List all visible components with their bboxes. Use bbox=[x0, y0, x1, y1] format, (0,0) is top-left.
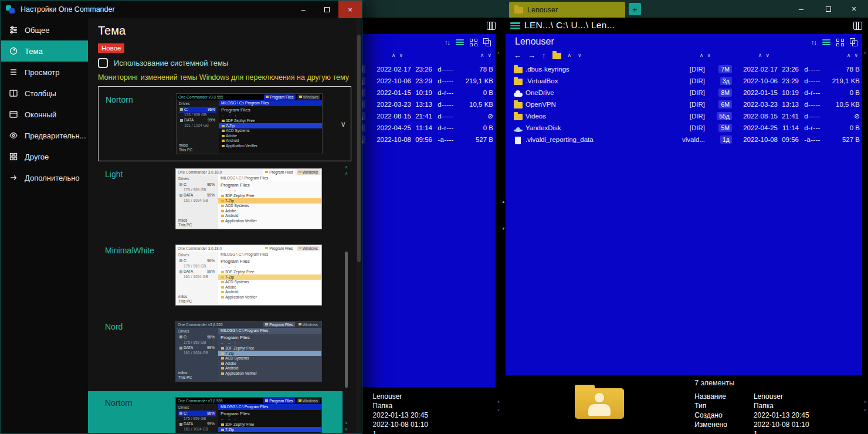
detail-label: Тип bbox=[694, 402, 754, 410]
mini-tab: Windows bbox=[297, 94, 320, 100]
folder-icon bbox=[514, 102, 523, 108]
arrow-right-icon bbox=[9, 173, 18, 182]
theme-list-scrollbar[interactable]: ∧∧ ∨∨ bbox=[344, 164, 349, 432]
up-icon[interactable]: ↑ bbox=[542, 51, 546, 60]
file-row[interactable]: OneDrive[DIR]8M2022-01-1510:19d-r---0 B bbox=[506, 87, 862, 99]
file-date: 2022-08-15 bbox=[737, 113, 778, 120]
file-date: 2022-01-15 bbox=[370, 89, 411, 96]
age-badge: 1д bbox=[720, 135, 732, 144]
sidebar-item-preview[interactable]: Предварительн... bbox=[1, 125, 88, 146]
page-title: Тема bbox=[98, 24, 356, 38]
forward-icon[interactable]: → bbox=[528, 51, 535, 60]
sort-arrows[interactable]: ∧∨ bbox=[390, 52, 405, 58]
theme-icon bbox=[9, 46, 18, 56]
copy-pane-icon[interactable] bbox=[850, 38, 857, 46]
list-view-icon[interactable] bbox=[456, 39, 464, 45]
scrollbar-thumb[interactable] bbox=[345, 252, 348, 388]
file-time: 23:26 bbox=[413, 66, 432, 73]
sidebar-item-window[interactable]: Оконный bbox=[1, 104, 88, 125]
back-icon[interactable]: ← bbox=[514, 51, 521, 60]
screen: Lenouser + – × LEN...\ C:\ U...\ Len... … bbox=[0, 0, 868, 434]
maximize-icon bbox=[826, 6, 831, 12]
menu-icon[interactable] bbox=[510, 22, 520, 30]
columns-icon[interactable] bbox=[853, 22, 862, 30]
eye-icon bbox=[9, 131, 18, 140]
folder-history-icon[interactable] bbox=[552, 53, 561, 59]
breadcrumb[interactable]: LEN...\ C:\ U...\ Len... bbox=[524, 20, 615, 30]
maximize-button[interactable] bbox=[818, 0, 839, 18]
folder-tab[interactable]: Lenouser bbox=[509, 2, 625, 18]
settings-titlebar: Настройки One Commander – × bbox=[1, 1, 362, 18]
file-time: 10:19 bbox=[413, 89, 432, 96]
scrollbar[interactable]: ∧∧∨ bbox=[862, 34, 868, 434]
scrollbar-thumb[interactable] bbox=[357, 35, 361, 262]
minimize-button[interactable]: – bbox=[791, 0, 812, 18]
chevron-down-icon[interactable]: ∨ bbox=[578, 52, 582, 58]
list-view-icon[interactable] bbox=[822, 39, 830, 45]
sort-arrows[interactable]: ∧∨ bbox=[698, 52, 713, 58]
chevron-up-icon[interactable]: ∧ bbox=[568, 52, 572, 58]
dropdown-chevron-icon[interactable]: ∨ bbox=[340, 120, 346, 128]
new-tab-button[interactable]: + bbox=[629, 3, 641, 15]
pane-nav: ← → ↑ ∧ ∨ bbox=[514, 50, 582, 60]
right-path-bar[interactable]: LEN...\ C:\ U...\ Len... bbox=[506, 18, 868, 34]
theme-row-nortorn[interactable]: Nortorn One Commander v3 β.555Program Fi… bbox=[88, 391, 343, 433]
file-row[interactable]: .VirtualBox[DIR]3д2022-10-0623:29d-----2… bbox=[506, 75, 862, 87]
file-row[interactable]: .vivaldi_reporting_datavivald...1д2022-1… bbox=[506, 134, 862, 145]
sidebar-item-other[interactable]: Другое bbox=[1, 146, 88, 167]
sidebar-item-view[interactable]: Просмотр bbox=[1, 62, 88, 83]
mini-main: MILOSG \ C:\ Program FilesProgram Files←… bbox=[219, 100, 322, 154]
columns-icon[interactable] bbox=[487, 22, 496, 30]
file-row[interactable]: Videos[DIR]55д2022-08-1521:41d-----⊘ bbox=[506, 110, 862, 122]
current-theme-dropdown[interactable]: Nortorn ∨ One Commander v3 β.555Program … bbox=[98, 86, 351, 161]
mini-folder-icon bbox=[299, 96, 302, 98]
file-attrs: d-r--- bbox=[801, 124, 823, 131]
system-theme-checkbox[interactable] bbox=[98, 58, 108, 68]
sort-icon[interactable]: ↑↓ bbox=[811, 39, 816, 46]
sidebar-label: Предварительн... bbox=[25, 131, 86, 140]
settings-window: Настройки One Commander – × Общее Тема П… bbox=[0, 0, 362, 434]
detail-label: Изменено bbox=[694, 421, 754, 429]
grid-view-icon[interactable] bbox=[470, 39, 477, 46]
file-row[interactable]: YandexDisk[DIR]5M2022-04-2511:14d-r---0 … bbox=[506, 122, 862, 134]
theme-name: MinimalWhite bbox=[105, 246, 154, 255]
sidebar-item-advanced[interactable]: Дополнительно bbox=[1, 167, 88, 188]
settings-content: Тема Новое Использование системной темы … bbox=[88, 18, 356, 433]
theme-row-minimalwhite[interactable]: MinimalWhite One Commander 3.0.18.0Progr… bbox=[88, 239, 343, 315]
file-attrs: d----- bbox=[801, 101, 823, 108]
file-type: [DIR] bbox=[672, 89, 705, 96]
age-badge: 8M bbox=[718, 89, 732, 97]
file-time: 11:14 bbox=[413, 124, 432, 131]
sidebar-label: Просмотр bbox=[25, 68, 59, 77]
file-attrs: d----- bbox=[435, 101, 457, 108]
settings-scrollbar[interactable] bbox=[356, 18, 361, 433]
maximize-button[interactable] bbox=[315, 1, 338, 18]
file-attrs: d----- bbox=[801, 113, 823, 120]
splitter-down-icon: ▼ bbox=[501, 227, 506, 230]
close-button[interactable]: × bbox=[338, 1, 362, 18]
sidebar-item-general[interactable]: Общее bbox=[1, 19, 88, 40]
pane-splitter[interactable]: ▲ ▼ bbox=[501, 34, 506, 434]
file-size: 219,1 KB bbox=[826, 77, 860, 84]
theme-row-nord[interactable]: Nord One Commander v3 β.555Program Files… bbox=[88, 315, 343, 391]
file-size: 78 B bbox=[826, 66, 860, 73]
sidebar-label: Другое bbox=[25, 152, 49, 161]
minimize-button[interactable]: – bbox=[291, 1, 315, 18]
scrollbar[interactable]: ∧∧∨ bbox=[496, 34, 501, 434]
sort-icon[interactable]: ↑↓ bbox=[445, 39, 450, 46]
theme-row-light[interactable]: Light One Commander 3.0.18.0Program File… bbox=[88, 162, 343, 239]
file-date: 2022-10-08 bbox=[370, 136, 411, 143]
file-row[interactable]: OpenVPN[DIR]6M2022-03-2313:13d-----10,5 … bbox=[506, 99, 862, 110]
columns-icon bbox=[9, 89, 18, 98]
close-button[interactable]: × bbox=[843, 0, 864, 18]
sort-arrows[interactable]: ∧∨ bbox=[757, 52, 771, 58]
copy-pane-icon[interactable] bbox=[483, 38, 491, 46]
sort-arrows[interactable]: ∧∨ bbox=[845, 52, 860, 58]
window-icon bbox=[9, 110, 18, 119]
sidebar-item-columns[interactable]: Столбцы bbox=[1, 83, 88, 104]
file-row[interactable]: .dbus-keyrings[DIR]7M2022-02-1723:26d---… bbox=[506, 63, 862, 75]
grid-view-icon[interactable] bbox=[836, 39, 844, 46]
sidebar-item-theme[interactable]: Тема bbox=[1, 40, 88, 62]
sort-arrows[interactable]: ∧∨ bbox=[479, 52, 493, 58]
mini-title: One Commander v3 β.555 bbox=[178, 95, 262, 100]
